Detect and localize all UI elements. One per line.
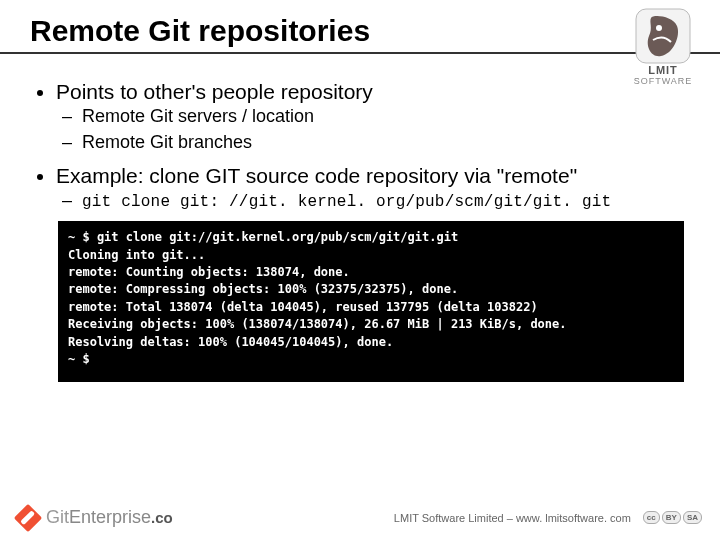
- logo-label: LMITSOFTWARE: [624, 64, 702, 86]
- cc-license-icon: ccBYSA: [641, 511, 702, 524]
- company-logo: LMITSOFTWARE: [624, 6, 702, 76]
- title-underline: [0, 52, 720, 54]
- term-line-3: remote: Counting objects: 138074, done.: [68, 265, 350, 279]
- bullet-1-sub-2: Remote Git branches: [82, 131, 690, 154]
- term-line-5: remote: Total 138074 (delta 104045), reu…: [68, 300, 538, 314]
- footer-copyright: LMIT Software Limited – www. lmitsoftwar…: [394, 512, 631, 524]
- bullet-2-cmd: git clone git: //git. kernel. org/pub/sc…: [82, 189, 690, 213]
- term-line-7: Resolving deltas: 100% (104045/104045), …: [68, 335, 393, 349]
- slide-title: Remote Git repositories: [30, 14, 690, 48]
- bullet-2: Example: clone GIT source code repositor…: [56, 162, 690, 213]
- brand-domain: .co: [151, 509, 173, 526]
- term-line-1: ~ $ git clone git://git.kernel.org/pub/s…: [68, 230, 458, 244]
- slide-footer: GitEnterprise.co LMIT Software Limited –…: [0, 507, 720, 528]
- term-line-4: remote: Compressing objects: 100% (32375…: [68, 282, 458, 296]
- term-line-8: ~ $: [68, 352, 90, 366]
- bullet-2-text: Example: clone GIT source code repositor…: [56, 164, 577, 187]
- git-icon: [14, 503, 42, 531]
- brand-git: Git: [46, 507, 69, 527]
- term-line-2: Cloning into git...: [68, 248, 205, 262]
- terminal-output: ~ $ git clone git://git.kernel.org/pub/s…: [58, 221, 684, 382]
- bullet-1-sub-1: Remote Git servers / location: [82, 105, 690, 128]
- term-line-6: Receiving objects: 100% (138074/138074),…: [68, 317, 567, 331]
- svg-point-1: [656, 25, 662, 31]
- brand-enterprise: Enterprise: [69, 507, 151, 527]
- logo-icon: [633, 6, 693, 66]
- bullet-1: Points to other's people repository Remo…: [56, 78, 690, 154]
- bullet-1-text: Points to other's people repository: [56, 80, 373, 103]
- brand-logo: GitEnterprise.co: [18, 507, 173, 528]
- slide-content: Points to other's people repository Remo…: [30, 78, 690, 382]
